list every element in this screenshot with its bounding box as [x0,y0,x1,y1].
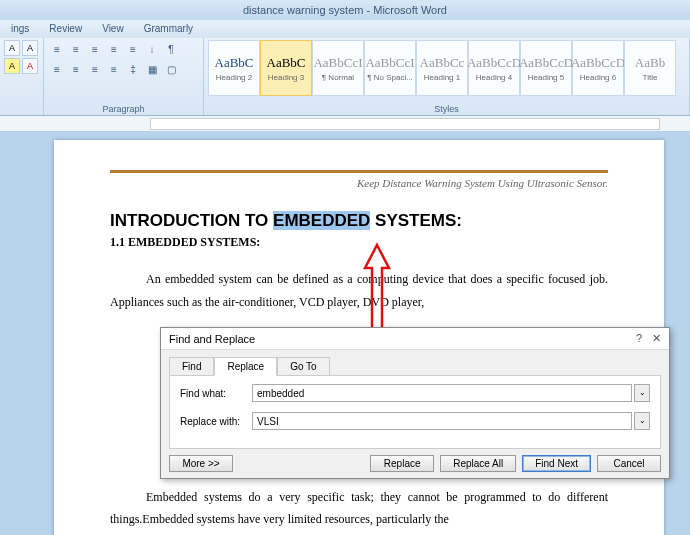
help-icon[interactable]: ? [636,332,642,345]
style-heading6[interactable]: AaBbCcDHeading 6 [572,40,624,96]
window-title: distance warning system - Microsoft Word [0,0,690,20]
tab-mailings[interactable]: ings [2,20,38,38]
style-nospacing[interactable]: AaBbCcI¶ No Spaci... [364,40,416,96]
style-title[interactable]: AaBbTitle [624,40,676,96]
paragraph-1: An embedded system can be defined as a c… [110,268,608,314]
replace-button[interactable]: Replace [370,455,434,472]
tab-find[interactable]: Find [169,357,214,376]
numbering-button[interactable]: ≡ [67,40,85,58]
multilevel-button[interactable]: ≡ [86,40,104,58]
sort-button[interactable]: ↓ [143,40,161,58]
shrink-font-button[interactable]: A [22,40,38,56]
close-icon[interactable]: ✕ [652,332,661,345]
align-left-button[interactable]: ≡ [48,60,66,78]
replace-with-label: Replace with: [180,416,252,427]
page-header: Keep Distance Warning System Using Ultra… [110,177,608,189]
header-rule [110,170,608,173]
tab-view[interactable]: View [93,20,133,38]
style-heading5[interactable]: AaBbCcDHeading 5 [520,40,572,96]
cancel-button[interactable]: Cancel [597,455,661,472]
find-replace-dialog: Find and Replace ? ✕ Find Replace Go To … [160,327,670,479]
style-heading2[interactable]: AaBbCHeading 2 [208,40,260,96]
replace-dropdown-icon[interactable]: ⌄ [634,412,650,430]
tab-goto[interactable]: Go To [277,357,330,376]
show-marks-button[interactable]: ¶ [162,40,180,58]
align-right-button[interactable]: ≡ [86,60,104,78]
grow-font-button[interactable]: A [4,40,20,56]
align-center-button[interactable]: ≡ [67,60,85,78]
horizontal-ruler[interactable] [0,116,690,132]
more-button[interactable]: More >> [169,455,233,472]
ribbon: A A A A ≡ ≡ ≡ ≡ ≡ ↓ ¶ ≡ ≡ ≡ ≡ ‡ ▦ ▢ Para… [0,38,690,116]
style-heading3[interactable]: AaBbCHeading 3 [260,40,312,96]
replace-all-button[interactable]: Replace All [440,455,516,472]
paragraph-2: Embedded systems do a very specific task… [110,486,608,532]
tab-review[interactable]: Review [40,20,91,38]
replace-with-input[interactable] [252,412,632,430]
find-dropdown-icon[interactable]: ⌄ [634,384,650,402]
style-normal[interactable]: AaBbCcI¶ Normal [312,40,364,96]
borders-button[interactable]: ▢ [162,60,180,78]
find-next-button[interactable]: Find Next [522,455,591,472]
justify-button[interactable]: ≡ [105,60,123,78]
find-what-label: Find what: [180,388,252,399]
ribbon-tabs: ings Review View Grammarly [0,20,690,38]
style-heading1[interactable]: AaBbCcHeading 1 [416,40,468,96]
group-paragraph-label: Paragraph [44,104,203,114]
bullets-button[interactable]: ≡ [48,40,66,58]
group-styles-label: Styles [204,104,689,114]
doc-subtitle: 1.1 EMBEDDED SYSTEMS: [110,235,608,250]
highlighted-word: EMBEDDED [273,211,370,230]
tab-replace[interactable]: Replace [214,357,277,376]
highlight-button[interactable]: A [4,58,20,74]
tab-grammarly[interactable]: Grammarly [135,20,202,38]
styles-gallery[interactable]: AaBbCHeading 2 AaBbCHeading 3 AaBbCcI¶ N… [208,40,685,96]
doc-title: INTRODUCTION TO EMBEDDED SYSTEMS: [110,211,608,231]
find-what-input[interactable] [252,384,632,402]
decrease-indent-button[interactable]: ≡ [105,40,123,58]
style-heading4[interactable]: AaBbCcDHeading 4 [468,40,520,96]
dialog-title: Find and Replace [169,333,255,345]
shading-button[interactable]: ▦ [143,60,161,78]
increase-indent-button[interactable]: ≡ [124,40,142,58]
font-color-button[interactable]: A [22,58,38,74]
line-spacing-button[interactable]: ‡ [124,60,142,78]
